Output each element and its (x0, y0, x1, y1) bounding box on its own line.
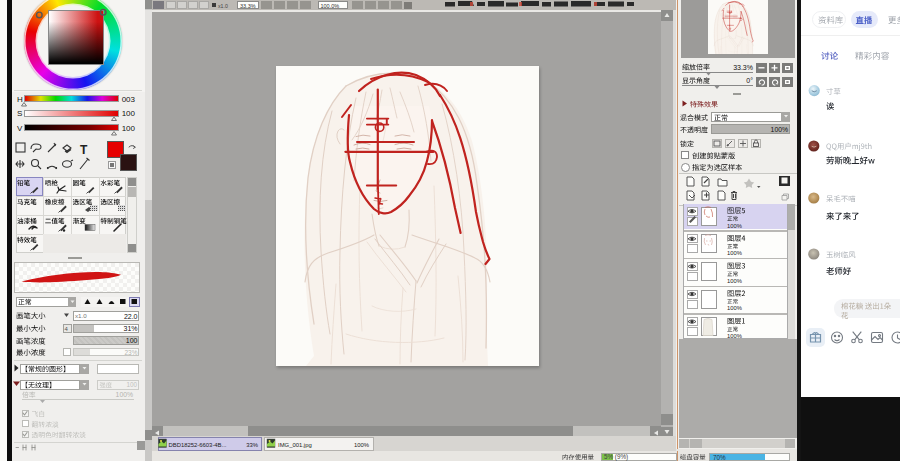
svg-text:0°: 0° (746, 77, 753, 84)
svg-text:DBD18252-6603-4B...: DBD18252-6603-4B... (169, 442, 227, 448)
svg-text:100: 100 (122, 124, 136, 133)
svg-text:70%: 70% (713, 454, 726, 461)
svg-text:003: 003 (122, 95, 136, 104)
svg-text:S: S (17, 109, 22, 118)
svg-text:23%: 23% (124, 349, 137, 356)
svg-text:100%: 100% (771, 126, 788, 133)
svg-text:100: 100 (126, 381, 137, 388)
svg-text:33.3%: 33.3% (733, 64, 753, 71)
svg-text:100%: 100% (116, 391, 133, 398)
svg-text:100%: 100% (727, 333, 742, 339)
svg-text:31%: 31% (123, 325, 137, 332)
svg-text:4: 4 (65, 326, 69, 332)
svg-text:V: V (17, 124, 23, 133)
svg-text:x1.0: x1.0 (75, 312, 87, 319)
svg-text:100%: 100% (354, 442, 370, 448)
svg-text:100%: 100% (727, 223, 742, 229)
svg-text:100%: 100% (727, 250, 742, 256)
svg-text:33%: 33% (246, 442, 259, 448)
svg-text:100.0%: 100.0% (321, 3, 340, 9)
svg-text:22.0: 22.0 (124, 313, 138, 320)
svg-text:T: T (80, 143, 88, 157)
svg-text:100: 100 (126, 337, 138, 344)
svg-text:IMG_001.jpg: IMG_001.jpg (278, 442, 312, 448)
svg-text:5% (9%): 5% (9%) (604, 453, 628, 461)
svg-text:100: 100 (122, 109, 136, 118)
svg-text:100%: 100% (727, 278, 742, 284)
svg-text:100%: 100% (727, 305, 742, 311)
svg-text:H: H (17, 95, 23, 104)
svg-text:x1.0: x1.0 (218, 3, 228, 9)
svg-text:33.3%: 33.3% (240, 3, 256, 9)
